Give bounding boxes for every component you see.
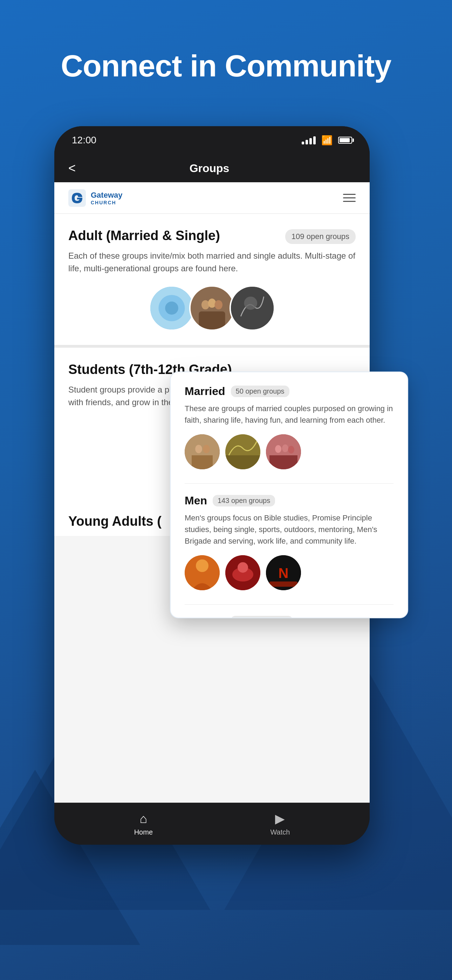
signal-bar-4 bbox=[313, 136, 316, 145]
svg-point-5 bbox=[202, 300, 210, 309]
signal-icon bbox=[302, 136, 316, 145]
svg-point-22 bbox=[288, 446, 294, 453]
adult-group-images bbox=[68, 285, 356, 331]
adult-groups-badge: 109 open groups bbox=[285, 229, 356, 244]
hamburger-line-3 bbox=[343, 201, 356, 202]
men-image-1[interactable] bbox=[185, 555, 220, 590]
hero-title: Connect in Community bbox=[0, 49, 452, 83]
svg-point-6 bbox=[208, 299, 216, 308]
men-header: Men 143 open groups bbox=[185, 494, 393, 507]
married-image-3[interactable] bbox=[266, 434, 301, 469]
signal-bar-1 bbox=[302, 142, 304, 145]
tab-home-label: Home bbox=[134, 828, 153, 836]
signal-bar-2 bbox=[306, 140, 308, 145]
men-title: Men bbox=[185, 494, 207, 507]
svg-rect-31 bbox=[269, 581, 298, 587]
young-adults-title: Young Adults ( bbox=[68, 514, 162, 528]
phone-mockup-wrapper: 12:00 📶 < Groups bbox=[54, 126, 398, 897]
adult-section: Adult (Married & Single) 109 open groups… bbox=[54, 214, 370, 348]
married-image-2[interactable] bbox=[225, 434, 260, 469]
church-logo-text: Gateway CHURCH bbox=[91, 191, 123, 205]
wifi-icon: 📶 bbox=[321, 135, 333, 146]
tab-bar: ⌂ Home ▶ Watch bbox=[54, 803, 370, 845]
hamburger-line-1 bbox=[343, 194, 356, 195]
battery-icon bbox=[338, 137, 352, 144]
svg-point-15 bbox=[203, 445, 210, 453]
adult-section-header: Adult (Married & Single) 109 open groups bbox=[68, 228, 356, 244]
status-bar: 12:00 📶 bbox=[54, 126, 370, 154]
adult-section-title: Adult (Married & Single) bbox=[68, 228, 285, 244]
svg-rect-16 bbox=[192, 455, 213, 469]
svg-rect-18 bbox=[225, 455, 260, 469]
men-desc: Men's groups focus on Bible studies, Pro… bbox=[185, 512, 393, 547]
men-image-3[interactable]: N bbox=[266, 555, 301, 590]
svg-point-28 bbox=[237, 562, 248, 573]
married-image-1[interactable] bbox=[185, 434, 220, 469]
watch-icon: ▶ bbox=[275, 811, 285, 826]
women-group-section: Women 143 open groups Women's groups pro… bbox=[185, 615, 393, 617]
divider-2 bbox=[185, 604, 393, 605]
hamburger-line-2 bbox=[343, 197, 356, 198]
svg-point-20 bbox=[275, 445, 282, 453]
menu-button[interactable] bbox=[343, 194, 356, 202]
adult-group-image-1[interactable] bbox=[149, 285, 194, 331]
adult-group-image-2[interactable] bbox=[189, 285, 235, 331]
married-badge: 50 open groups bbox=[231, 385, 290, 397]
overlay-inner: Married 50 open groups These are groups … bbox=[170, 372, 407, 617]
women-header: Women 143 open groups bbox=[185, 615, 393, 617]
svg-point-21 bbox=[282, 444, 288, 452]
adult-group-image-3[interactable] bbox=[229, 285, 275, 331]
married-images bbox=[185, 434, 393, 469]
women-badge: 143 open groups bbox=[231, 616, 293, 617]
overlay-scroll: Married 50 open groups These are groups … bbox=[170, 372, 407, 617]
tab-home[interactable]: ⌂ Home bbox=[134, 811, 153, 836]
church-name: Gateway bbox=[91, 191, 123, 200]
married-title: Married bbox=[185, 385, 225, 398]
tab-watch-label: Watch bbox=[270, 828, 290, 836]
men-group-section: Men 143 open groups Men's groups focus o… bbox=[185, 494, 393, 590]
nav-title: Groups bbox=[83, 162, 336, 175]
men-images: N bbox=[185, 555, 393, 590]
men-image-2[interactable] bbox=[225, 555, 260, 590]
home-icon: ⌂ bbox=[140, 811, 147, 826]
svg-rect-8 bbox=[199, 311, 225, 329]
married-group-section: Married 50 open groups These are groups … bbox=[185, 385, 393, 469]
status-time: 12:00 bbox=[72, 135, 96, 146]
overlay-card: Married 50 open groups These are groups … bbox=[170, 372, 408, 618]
church-logo: Gateway CHURCH bbox=[68, 189, 123, 207]
svg-point-25 bbox=[196, 559, 208, 572]
back-button[interactable]: < bbox=[68, 161, 76, 176]
married-desc: These are groups of married couples purp… bbox=[185, 403, 393, 426]
svg-point-10 bbox=[244, 296, 258, 310]
signal-bar-3 bbox=[309, 138, 312, 145]
status-icons: 📶 bbox=[302, 135, 352, 146]
svg-point-7 bbox=[215, 300, 223, 309]
women-title: Women bbox=[185, 615, 225, 617]
church-sub: CHURCH bbox=[91, 200, 123, 205]
nav-bar: < Groups bbox=[54, 154, 370, 182]
married-header: Married 50 open groups bbox=[185, 385, 393, 398]
svg-point-14 bbox=[195, 445, 202, 453]
gateway-logo-icon bbox=[68, 189, 86, 207]
men-badge: 143 open groups bbox=[213, 495, 275, 506]
divider-1 bbox=[185, 483, 393, 484]
adult-section-desc: Each of these groups invite/mix both mar… bbox=[68, 250, 356, 275]
svg-text:N: N bbox=[279, 565, 289, 581]
church-header: Gateway CHURCH bbox=[54, 182, 370, 214]
battery-fill bbox=[339, 138, 350, 142]
svg-rect-23 bbox=[269, 455, 298, 469]
svg-point-3 bbox=[165, 301, 178, 315]
tab-watch[interactable]: ▶ Watch bbox=[270, 811, 290, 836]
